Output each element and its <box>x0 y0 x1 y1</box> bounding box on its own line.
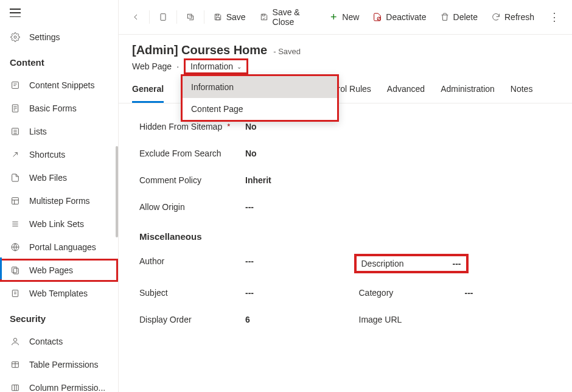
form-selector-dropdown[interactable]: Information ⌄ <box>184 58 248 74</box>
svg-rect-36 <box>262 14 265 16</box>
sidebar-item-multistep-forms[interactable]: Multistep Forms <box>0 189 118 212</box>
field-subject: Subject --- <box>132 279 340 306</box>
field-label: Hidden From Sitemap <box>139 122 222 131</box>
sidebar-item-label: Table Permissions <box>29 360 99 369</box>
save-close-label: Save & Close <box>273 7 316 27</box>
command-toolbar: Save Save & Close + New Deactivate Delet… <box>119 0 572 35</box>
popout-icon <box>186 12 195 22</box>
field-value[interactable]: No <box>245 149 257 158</box>
list-icon <box>10 126 21 137</box>
deactivate-button[interactable]: Deactivate <box>366 9 432 26</box>
svg-line-38 <box>378 18 380 20</box>
field-label: Comment Policy <box>139 175 201 185</box>
breadcrumb-separator: · <box>176 61 179 71</box>
svg-point-25 <box>13 338 16 341</box>
svg-rect-20 <box>12 267 17 273</box>
sidebar-item-column-permissions[interactable]: Column Permissio... <box>0 376 118 392</box>
form-selector-menu: Information Content Page <box>181 74 339 122</box>
tab-general[interactable]: General <box>132 84 164 103</box>
sidebar: Settings Content Content Snippets Basic … <box>0 0 119 392</box>
sidebar-item-web-templates[interactable]: Web Templates <box>0 282 118 305</box>
form-icon <box>10 103 21 114</box>
tab-notes[interactable]: Notes <box>511 84 533 103</box>
sidebar-item-label: Multistep Forms <box>29 196 90 206</box>
sidebar-item-label: Web Pages <box>29 265 73 275</box>
multistep-icon <box>10 195 21 206</box>
sidebar-item-label: Basic Forms <box>29 103 77 113</box>
template-icon <box>10 288 21 299</box>
refresh-button[interactable]: Refresh <box>485 9 540 26</box>
kebab-icon: ⋮ <box>549 10 560 24</box>
tab-administration[interactable]: Administration <box>441 84 495 103</box>
web-pages-icon <box>10 265 21 276</box>
field-value[interactable]: --- <box>245 202 254 212</box>
sidebar-item-label: Content Snippets <box>29 80 94 90</box>
field-label: Description <box>361 259 404 268</box>
dropdown-option-information[interactable]: Information <box>183 76 337 98</box>
back-button[interactable] <box>125 9 147 26</box>
svg-rect-35 <box>216 18 219 20</box>
save-icon <box>213 12 223 22</box>
sidebar-item-label: Shortcuts <box>29 150 65 159</box>
field-description: Description --- <box>352 248 559 279</box>
field-value[interactable]: No <box>245 122 257 131</box>
page-status: - Saved <box>273 47 301 56</box>
field-allow-origin: Allow Origin --- <box>132 194 559 220</box>
popout-button[interactable] <box>180 9 201 26</box>
field-value[interactable]: --- <box>465 288 473 298</box>
document-icon <box>158 12 168 22</box>
sidebar-item-portal-languages[interactable]: Portal Languages <box>0 236 118 259</box>
sidebar-section-security: Security <box>0 305 118 330</box>
sidebar-item-content-snippets[interactable]: Content Snippets <box>0 74 118 97</box>
save-button[interactable]: Save <box>207 9 252 26</box>
overflow-button[interactable]: ⋮ <box>543 7 566 27</box>
sidebar-item-lists[interactable]: Lists <box>0 120 118 143</box>
save-label: Save <box>226 12 246 22</box>
hamburger-icon <box>10 9 21 17</box>
field-value[interactable]: --- <box>245 288 254 298</box>
sidebar-item-label: Portal Languages <box>29 242 96 252</box>
field-comment-policy: Comment Policy Inherit <box>132 167 559 194</box>
svg-rect-32 <box>161 14 166 21</box>
sidebar-scrollbar[interactable] <box>116 146 118 237</box>
breadcrumb: Web Page · Information ⌄ Information Con… <box>132 58 559 74</box>
hamburger-button[interactable] <box>0 0 118 26</box>
dropdown-option-content-page[interactable]: Content Page <box>183 98 337 120</box>
sidebar-item-basic-forms[interactable]: Basic Forms <box>0 97 118 120</box>
field-value[interactable]: Inherit <box>245 175 271 185</box>
svg-rect-1 <box>12 82 19 89</box>
field-value[interactable]: --- <box>245 256 254 266</box>
plus-icon: + <box>329 12 338 22</box>
open-record-button[interactable] <box>152 9 174 26</box>
sidebar-item-settings[interactable]: Settings <box>0 26 118 49</box>
field-label: Category <box>359 288 394 298</box>
sidebar-item-label: Web Files <box>29 173 67 183</box>
field-author: Author --- <box>132 248 340 279</box>
sidebar-item-web-link-sets[interactable]: Web Link Sets <box>0 212 118 236</box>
svg-rect-22 <box>12 290 18 297</box>
field-category: Category --- <box>352 279 559 306</box>
new-button[interactable]: + New <box>323 9 365 26</box>
link-set-icon <box>10 219 21 229</box>
sidebar-item-shortcuts[interactable]: Shortcuts <box>0 143 118 166</box>
delete-label: Delete <box>453 12 478 22</box>
deactivate-icon <box>372 12 382 22</box>
sidebar-item-contacts[interactable]: Contacts <box>0 330 118 353</box>
sidebar-item-table-permissions[interactable]: Table Permissions <box>0 353 118 376</box>
field-value[interactable]: 6 <box>245 315 250 324</box>
page-title-text: [Admin] Courses Home <box>132 43 267 57</box>
sidebar-item-label: Column Permissio... <box>29 383 105 392</box>
save-close-button[interactable]: Save & Close <box>253 4 322 30</box>
sidebar-item-web-pages[interactable]: Web Pages <box>0 259 118 282</box>
field-label: Subject <box>139 288 168 298</box>
tab-advanced[interactable]: Advanced <box>387 84 425 103</box>
sidebar-item-web-files[interactable]: Web Files <box>0 166 118 189</box>
main-area: Save Save & Close + New Deactivate Delet… <box>119 0 572 392</box>
field-label: Author <box>139 256 164 266</box>
field-label: Image URL <box>359 315 402 324</box>
table-permission-icon <box>10 359 21 370</box>
page-header: [Admin] Courses Home - Saved Web Page · … <box>119 35 572 74</box>
delete-button[interactable]: Delete <box>434 9 484 26</box>
field-value[interactable]: --- <box>453 259 461 268</box>
gear-icon <box>10 32 21 43</box>
